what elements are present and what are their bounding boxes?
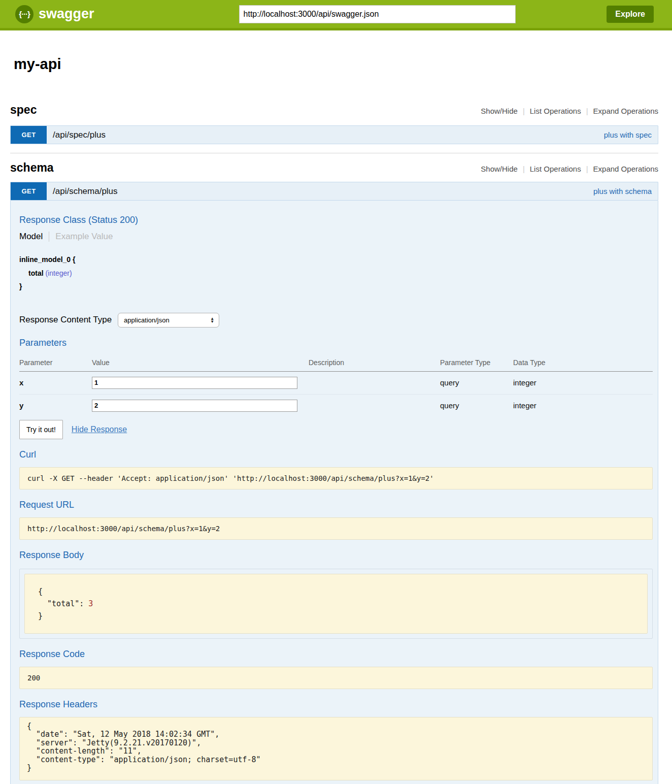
spec-get-method-button[interactable]: GET: [11, 126, 47, 144]
response-code-heading: Response Code: [19, 649, 653, 660]
parameter-description: [309, 371, 440, 394]
try-it-out-button[interactable]: Try it out!: [19, 420, 63, 439]
schema-section-title[interactable]: schema: [10, 161, 54, 175]
schema-list-operations-link[interactable]: List Operations: [530, 165, 581, 173]
model-property-type: (integer): [45, 269, 72, 277]
api-url-input[interactable]: [239, 5, 516, 23]
schema-show-hide-link[interactable]: Show/Hide: [481, 165, 518, 173]
schema-operation-summary-link[interactable]: plus with schema: [593, 182, 658, 200]
parameter-data-type: integer: [513, 371, 653, 394]
spec-section-title[interactable]: spec: [10, 103, 37, 117]
schema-operation-path-link[interactable]: /api/schema/plus: [47, 182, 118, 200]
schema-get-operation-row: GET /api/schema/plus plus with schema: [10, 182, 658, 201]
parameter-data-type: integer: [513, 394, 653, 417]
col-data-type: Data Type: [513, 355, 653, 372]
model-signature: inline_model_0 { total (integer) }: [19, 253, 653, 293]
curl-heading: Curl: [19, 449, 653, 460]
model-name: inline_model_0: [19, 255, 71, 264]
parameter-description: [309, 394, 440, 417]
parameters-table-header-row: Parameter Value Description Parameter Ty…: [19, 355, 653, 372]
model-close-brace: }: [19, 282, 22, 290]
response-headers-heading: Response Headers: [19, 699, 653, 710]
tab-model[interactable]: Model: [19, 232, 49, 242]
section-divider: [10, 153, 658, 153]
response-content-type-row: Response Content Type application/json ▲…: [19, 313, 653, 328]
parameter-x-value-input[interactable]: [92, 377, 297, 389]
parameter-row-y: y query integer: [19, 394, 653, 417]
parameter-y-value-input[interactable]: [92, 400, 297, 412]
control-separator: |: [586, 165, 588, 173]
control-separator: |: [523, 165, 525, 173]
schema-expand-operations-link[interactable]: Expand Operations: [593, 165, 658, 173]
tab-example-value[interactable]: Example Value: [49, 232, 113, 242]
top-header-bar: {···} swagger Explore: [0, 0, 672, 30]
response-content-type-selected-value: application/json: [124, 316, 170, 324]
response-body-json: { "total": 3 }: [24, 574, 648, 634]
request-url-value: http://localhost:3000/api/schema/plus?x=…: [19, 517, 653, 540]
schema-section-header: schema Show/Hide | List Operations | Exp…: [10, 161, 658, 175]
response-code-value: 200: [19, 667, 653, 689]
model-property-name: total: [28, 269, 44, 277]
parameter-param-type: query: [440, 394, 513, 417]
col-parameter: Parameter: [19, 355, 92, 372]
parameter-name: y: [19, 394, 92, 417]
spec-get-operation-row: GET /api/spec/plus plus with spec: [10, 125, 658, 144]
response-body-container: { "total": 3 }: [19, 569, 653, 639]
control-separator: |: [523, 107, 525, 115]
request-url-heading: Request URL: [19, 500, 653, 510]
spec-show-hide-link[interactable]: Show/Hide: [481, 107, 518, 115]
spec-expand-operations-link[interactable]: Expand Operations: [593, 107, 658, 115]
spec-section-header: spec Show/Hide | List Operations | Expan…: [10, 103, 658, 117]
swagger-logo-icon: {···}: [15, 5, 33, 23]
col-parameter-type: Parameter Type: [440, 355, 513, 372]
spec-list-operations-link[interactable]: List Operations: [530, 107, 581, 115]
response-content-type-select[interactable]: application/json ▲ ▼: [118, 313, 219, 328]
swagger-logo[interactable]: {···} swagger: [15, 5, 94, 23]
page-title: my-api: [14, 56, 658, 73]
response-class-heading: Response Class (Status 200): [19, 215, 653, 225]
model-open-brace: {: [73, 255, 75, 264]
spec-operation-path-link[interactable]: /api/spec/plus: [47, 126, 106, 144]
parameters-heading: Parameters: [19, 338, 653, 348]
try-it-out-row: Try it out! Hide Response: [19, 420, 653, 439]
parameter-name: x: [19, 371, 92, 394]
explore-button[interactable]: Explore: [607, 6, 654, 23]
parameter-param-type: query: [440, 371, 513, 394]
spec-operation-summary-link[interactable]: plus with spec: [604, 126, 658, 144]
response-headers-json: { "date": "Sat, 12 May 2018 14:02:34 GMT…: [19, 717, 653, 780]
hide-response-link[interactable]: Hide Response: [72, 425, 127, 434]
model-tabs: Model Example Value: [19, 232, 653, 242]
control-separator: |: [586, 107, 588, 115]
json-number-value: 3: [88, 599, 93, 608]
col-value: Value: [92, 355, 309, 372]
response-content-type-label: Response Content Type: [19, 315, 112, 325]
response-body-heading: Response Body: [19, 550, 653, 561]
col-description: Description: [309, 355, 440, 372]
parameters-table: Parameter Value Description Parameter Ty…: [19, 355, 653, 417]
schema-operation-expanded-content: Response Class (Status 200) Model Exampl…: [10, 201, 658, 784]
schema-get-method-button[interactable]: GET: [11, 182, 47, 200]
select-arrows-icon: ▲ ▼: [210, 317, 214, 323]
swagger-logo-text: swagger: [39, 6, 94, 22]
curl-command: curl -X GET --header 'Accept: applicatio…: [19, 467, 653, 489]
parameter-row-x: x query integer: [19, 371, 653, 394]
